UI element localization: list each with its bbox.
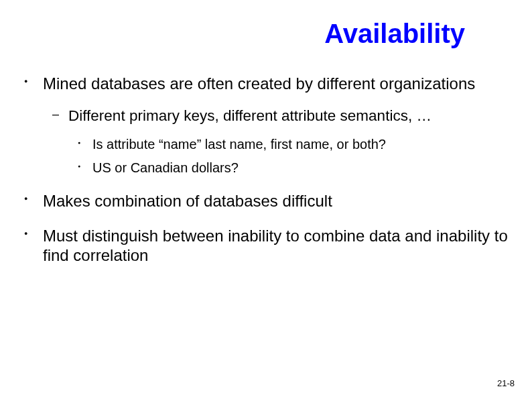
bullet-list-level1: Mined databases are often created by dif…	[19, 74, 513, 265]
slide-body: Mined databases are often created by dif…	[19, 74, 513, 280]
bullet-item: Makes combination of databases difficult	[19, 191, 513, 211]
bullet-text: Must distinguish between inability to co…	[43, 227, 508, 264]
bullet-list-level2: Different primary keys, different attrib…	[43, 107, 513, 176]
bullet-text: Makes combination of databases difficult	[43, 192, 332, 210]
bullet-text: Mined databases are often created by dif…	[43, 74, 475, 93]
bullet-item: US or Canadian dollars?	[68, 160, 513, 176]
page-number: 21-8	[497, 378, 515, 388]
bullet-text: US or Canadian dollars?	[92, 160, 239, 175]
bullet-item: Must distinguish between inability to co…	[19, 226, 513, 266]
bullet-list-level3: Is attribute “name” last name, first nam…	[68, 136, 513, 176]
slide-title: Availability	[324, 19, 465, 49]
bullet-item: Different primary keys, different attrib…	[43, 107, 513, 176]
bullet-text: Different primary keys, different attrib…	[68, 107, 431, 124]
bullet-item: Mined databases are often created by dif…	[19, 74, 513, 176]
bullet-item: Is attribute “name” last name, first nam…	[68, 136, 513, 153]
slide: { "title": "Availability", "bullets": { …	[0, 0, 532, 399]
bullet-text: Is attribute “name” last name, first nam…	[92, 137, 386, 152]
